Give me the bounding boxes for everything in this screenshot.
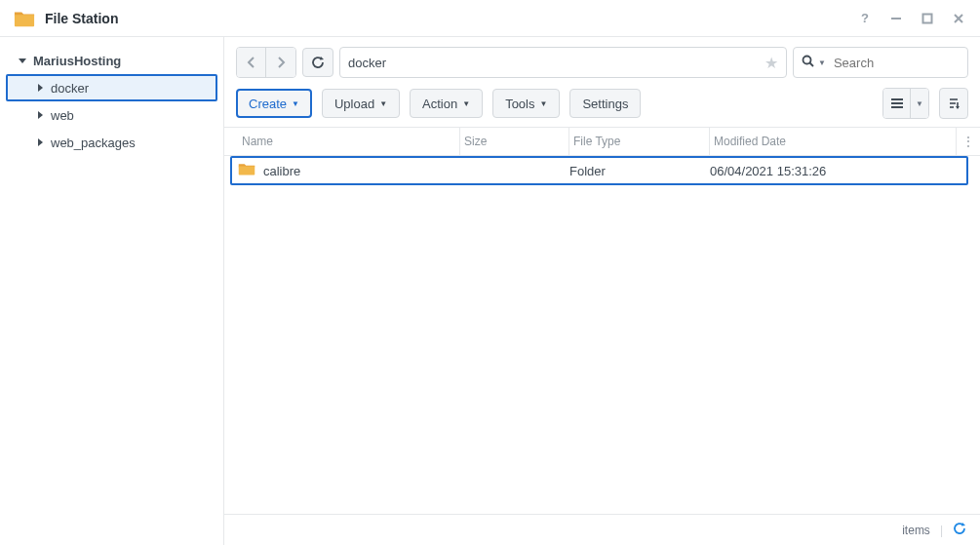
toolbar-row-actions: Create ▼ Upload ▼ Action ▼ Tools ▼ Setti… bbox=[224, 84, 980, 127]
svg-marker-4 bbox=[19, 58, 26, 63]
list-view-button[interactable] bbox=[883, 89, 911, 118]
minimize-button[interactable] bbox=[884, 7, 908, 30]
nav-forward-button[interactable] bbox=[266, 48, 295, 77]
action-label: Action bbox=[422, 97, 457, 111]
settings-label: Settings bbox=[582, 97, 628, 111]
svg-point-9 bbox=[804, 57, 811, 64]
chevron-right-icon bbox=[35, 111, 45, 119]
row-modified: 06/04/2021 15:31:26 bbox=[710, 164, 968, 178]
window-controls: ? bbox=[853, 7, 970, 30]
tree-item-web[interactable]: web bbox=[0, 101, 223, 129]
col-modified[interactable]: Modified Date bbox=[710, 128, 957, 155]
table-header: Name Size File Type Modified Date ⋮ bbox=[224, 127, 980, 156]
search-icon bbox=[802, 55, 814, 70]
caret-down-icon: ▼ bbox=[292, 99, 299, 108]
sidebar: MariusHosting docker web web_packages bbox=[0, 37, 224, 545]
content: docker ★ ▼ Create ▼ Upload ▼ Actio bbox=[224, 37, 980, 545]
table-row[interactable]: calibre Folder 06/04/2021 15:31:26 bbox=[230, 156, 968, 185]
app-icon bbox=[14, 8, 35, 29]
tree-item-label: web bbox=[51, 108, 74, 123]
path-bar[interactable]: docker ★ bbox=[339, 47, 787, 78]
upload-button[interactable]: Upload ▼ bbox=[322, 89, 400, 118]
tools-button[interactable]: Tools ▼ bbox=[492, 89, 560, 118]
svg-line-10 bbox=[810, 63, 814, 67]
tree-item-docker[interactable]: docker bbox=[6, 74, 217, 101]
svg-marker-8 bbox=[320, 57, 324, 60]
view-dropdown-button[interactable]: ▼ bbox=[911, 89, 928, 118]
nav-group bbox=[236, 47, 296, 78]
caret-down-icon: ▼ bbox=[462, 99, 470, 108]
view-mode-group: ▼ bbox=[882, 88, 929, 119]
path-text: docker bbox=[348, 56, 764, 70]
main: MariusHosting docker web web_packages bbox=[0, 37, 980, 545]
tree-root-label: MariusHosting bbox=[33, 54, 121, 68]
app-title: File Station bbox=[45, 11, 853, 26]
tree-item-label: web_packages bbox=[51, 136, 136, 150]
svg-marker-18 bbox=[961, 523, 965, 526]
chevron-down-icon bbox=[18, 57, 27, 64]
caret-down-icon: ▼ bbox=[379, 99, 387, 108]
refresh-button[interactable] bbox=[302, 48, 333, 77]
tree-item-web-packages[interactable]: web_packages bbox=[0, 129, 223, 156]
search-dropdown-icon[interactable]: ▼ bbox=[818, 58, 826, 67]
divider: | bbox=[940, 524, 943, 537]
chevron-right-icon bbox=[35, 138, 45, 146]
caret-down-icon: ▼ bbox=[540, 99, 548, 108]
titlebar: File Station ? bbox=[0, 0, 980, 37]
col-type[interactable]: File Type bbox=[569, 128, 710, 155]
statusbar: items | bbox=[224, 514, 980, 545]
close-button[interactable] bbox=[947, 7, 970, 30]
folder-icon bbox=[238, 162, 255, 179]
upload-label: Upload bbox=[334, 97, 374, 111]
search-input[interactable] bbox=[834, 56, 980, 70]
search-bar[interactable]: ▼ bbox=[793, 47, 968, 78]
col-size[interactable]: Size bbox=[460, 128, 569, 155]
settings-button[interactable]: Settings bbox=[569, 89, 641, 118]
sort-button[interactable] bbox=[939, 88, 968, 119]
help-button[interactable]: ? bbox=[853, 7, 877, 30]
row-type: Folder bbox=[569, 164, 710, 178]
nav-back-button[interactable] bbox=[237, 48, 266, 77]
chevron-right-icon bbox=[35, 84, 45, 92]
toolbar-row-nav: docker ★ ▼ bbox=[224, 37, 980, 84]
row-name: calibre bbox=[263, 164, 300, 178]
action-button[interactable]: Action ▼ bbox=[410, 89, 483, 118]
status-refresh-button[interactable] bbox=[953, 522, 966, 538]
create-button[interactable]: Create ▼ bbox=[236, 89, 312, 118]
maximize-button[interactable] bbox=[916, 7, 939, 30]
create-label: Create bbox=[249, 97, 287, 111]
svg-marker-17 bbox=[956, 106, 960, 109]
table-body: calibre Folder 06/04/2021 15:31:26 bbox=[224, 156, 980, 514]
svg-marker-5 bbox=[38, 84, 43, 92]
svg-rect-1 bbox=[923, 14, 932, 22]
column-menu-button[interactable]: ⋮ bbox=[957, 135, 980, 148]
col-name[interactable]: Name bbox=[238, 128, 460, 155]
tools-label: Tools bbox=[505, 97, 534, 111]
svg-marker-6 bbox=[38, 111, 43, 119]
tree-root[interactable]: MariusHosting bbox=[0, 47, 223, 74]
items-label: items bbox=[902, 524, 930, 537]
svg-marker-7 bbox=[38, 138, 43, 146]
tree-item-label: docker bbox=[51, 81, 89, 96]
favorite-star-icon[interactable]: ★ bbox=[764, 54, 778, 72]
